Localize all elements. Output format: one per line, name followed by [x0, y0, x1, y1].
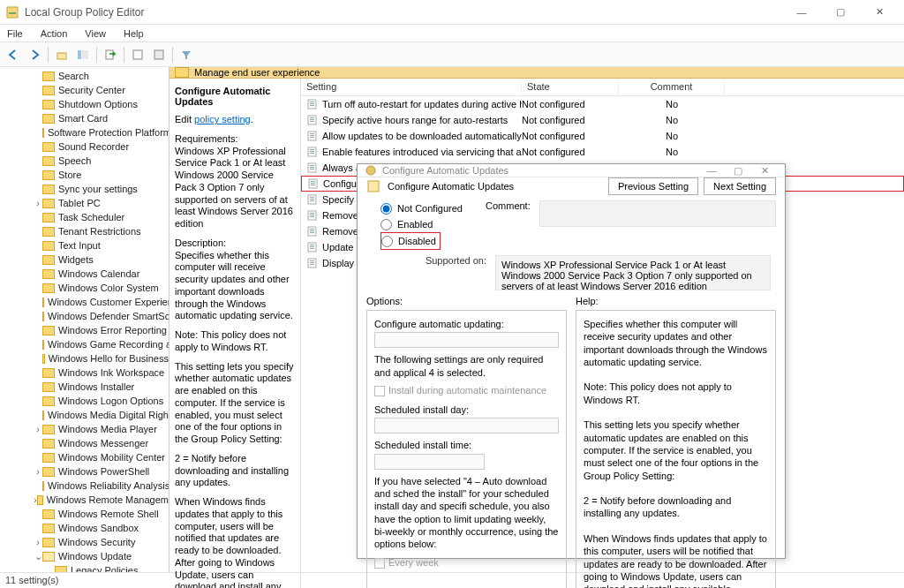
radio-enabled[interactable]: Enabled — [380, 216, 463, 232]
desc-title: Configure Automatic Updates — [175, 86, 295, 107]
svg-rect-21 — [310, 137, 314, 138]
app-icon — [5, 5, 19, 19]
tree-item[interactable]: Widgets — [0, 253, 169, 267]
svg-rect-24 — [310, 151, 314, 152]
tree-item[interactable]: Tenant Restrictions — [0, 224, 169, 238]
tree-item[interactable]: Windows Mobility Center — [0, 450, 169, 464]
dialog-minimize[interactable]: — — [698, 165, 725, 176]
tree-item[interactable]: ›Windows Remote Managem — [0, 493, 169, 507]
svg-rect-6 — [133, 50, 142, 59]
tree-item[interactable]: Store — [0, 168, 169, 182]
table-row[interactable]: Allow updates to be downloaded automatic… — [301, 128, 904, 144]
up-button[interactable] — [52, 45, 72, 64]
description-pane: Configure Automatic Updates Edit policy … — [170, 79, 301, 588]
svg-rect-19 — [310, 133, 314, 134]
tree-item-windows-update[interactable]: ⌄Windows Update — [0, 549, 169, 563]
show-tree-button[interactable] — [73, 45, 93, 64]
tree-item[interactable]: ›Windows PowerShell — [0, 464, 169, 479]
menu-file[interactable]: File — [4, 28, 26, 39]
previous-setting-button[interactable]: Previous Setting — [608, 177, 698, 195]
crumb-text: Manage end user experience — [194, 67, 320, 78]
tree-item[interactable]: Sound Recorder — [0, 139, 169, 154]
maximize-button[interactable]: ▢ — [821, 0, 860, 25]
policy-icon — [306, 98, 319, 110]
radio-disabled[interactable]: Disabled — [381, 233, 436, 249]
policy-icon — [366, 179, 380, 193]
tree-item[interactable]: Sync your settings — [0, 182, 169, 196]
install-maintenance-checkbox[interactable] — [374, 386, 385, 396]
svg-rect-45 — [310, 232, 314, 233]
dialog-close[interactable]: ✕ — [751, 165, 778, 177]
menu-help[interactable]: Help — [120, 28, 147, 39]
back-button[interactable] — [4, 45, 23, 64]
table-row[interactable]: Turn off auto-restart for updates during… — [301, 96, 904, 112]
policy-icon — [306, 193, 319, 206]
tree-item[interactable]: Speech — [0, 154, 169, 168]
menu-action[interactable]: Action — [37, 28, 72, 39]
svg-point-54 — [366, 166, 375, 175]
minimize-button[interactable]: — — [782, 0, 821, 25]
tree-item[interactable]: Windows Ink Workspace — [0, 366, 169, 380]
tree-item[interactable]: Windows Color System — [0, 281, 169, 295]
col-setting[interactable]: Setting — [301, 79, 522, 95]
col-comment[interactable]: Comment — [619, 79, 725, 95]
tree-item[interactable]: Windows Messenger — [0, 436, 169, 450]
svg-rect-17 — [310, 121, 314, 122]
tree-item[interactable]: Software Protection Platform — [0, 125, 169, 139]
close-button[interactable]: ✕ — [860, 0, 899, 25]
menu-view[interactable]: View — [81, 28, 109, 39]
tree-item[interactable]: Windows Reliability Analysis — [0, 479, 169, 493]
install-day-dropdown[interactable] — [374, 418, 559, 433]
tree-item[interactable]: Security Center — [0, 83, 169, 97]
radio-not-configured[interactable]: Not Configured — [380, 200, 463, 216]
install-time-dropdown[interactable] — [374, 454, 485, 470]
filter-button[interactable] — [177, 45, 196, 64]
col-state[interactable]: State — [522, 79, 619, 95]
policy-icon — [306, 146, 319, 158]
dialog-maximize[interactable]: ▢ — [725, 165, 751, 177]
tree-item[interactable]: Windows Sandbox — [0, 521, 169, 535]
tree-item[interactable]: Task Scheduler — [0, 210, 169, 224]
next-setting-button[interactable]: Next Setting — [704, 177, 776, 195]
tree-item[interactable]: Text Input — [0, 238, 169, 253]
tree-item[interactable]: Windows Logon Options — [0, 394, 169, 408]
tree-item[interactable]: Shutdown Options — [0, 97, 169, 111]
menubar: File Action View Help — [0, 25, 904, 42]
tree-item[interactable]: Legacy Policies — [0, 563, 169, 572]
svg-rect-49 — [310, 248, 314, 249]
tree-item[interactable]: Windows Remote Shell — [0, 507, 169, 521]
supported-on-text: Windows XP Professional Service Pack 1 o… — [495, 255, 771, 290]
comment-label: Comment: — [486, 200, 531, 253]
forward-button[interactable] — [25, 45, 44, 64]
svg-rect-37 — [310, 200, 314, 201]
tree-item[interactable]: Windows Defender SmartScr — [0, 309, 169, 323]
tree-item[interactable]: Windows Customer Experier — [0, 295, 169, 309]
comment-textarea[interactable] — [539, 200, 776, 227]
tree-item[interactable]: ›Tablet PC — [0, 196, 169, 210]
policy-setting-link[interactable]: policy setting — [194, 114, 251, 124]
export-button[interactable] — [101, 45, 120, 64]
tree-item[interactable]: ›Windows Media Player — [0, 422, 169, 436]
table-row[interactable]: Enable features introduced via servicing… — [301, 144, 904, 160]
tree-item[interactable]: ›Windows Security — [0, 535, 169, 549]
nav-tree[interactable]: SearchSecurity CenterShutdown OptionsSma… — [0, 67, 170, 572]
configure-updating-dropdown[interactable] — [374, 332, 559, 348]
tree-item[interactable]: Windows Media Digital Righ — [0, 408, 169, 422]
tree-item[interactable]: Search — [0, 69, 169, 83]
tree-item[interactable]: Smart Card — [0, 111, 169, 125]
tree-item[interactable]: Windows Error Reporting — [0, 323, 169, 337]
tree-item[interactable]: Windows Installer — [0, 380, 169, 394]
every-week-checkbox[interactable] — [374, 558, 385, 569]
svg-rect-23 — [310, 149, 314, 150]
svg-rect-35 — [310, 197, 314, 198]
properties-button[interactable] — [149, 45, 169, 64]
table-row[interactable]: Specify active hours range for auto-rest… — [301, 112, 904, 128]
tree-item[interactable]: Windows Game Recording a — [0, 337, 169, 351]
svg-rect-40 — [310, 215, 314, 215]
svg-rect-51 — [310, 260, 314, 261]
policy-icon — [306, 162, 319, 174]
refresh-button[interactable] — [128, 45, 147, 64]
tree-item[interactable]: Windows Hello for Business — [0, 351, 169, 366]
tree-item[interactable]: Windows Calendar — [0, 267, 169, 281]
svg-rect-31 — [311, 181, 315, 182]
